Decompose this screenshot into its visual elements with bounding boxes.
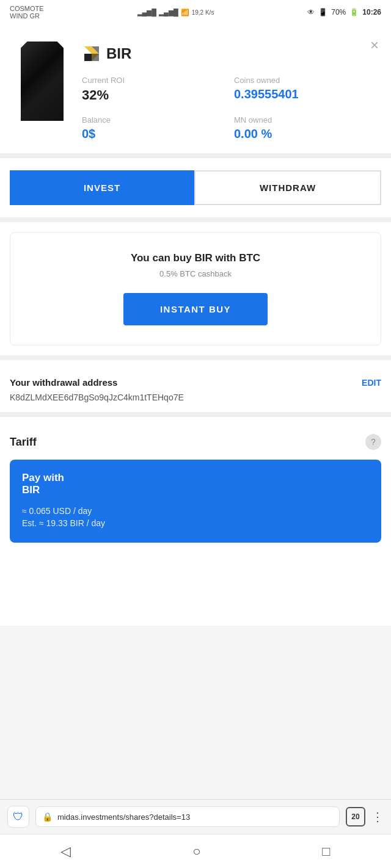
status-right: 👁 📱 70% 🔋 10:26 xyxy=(307,8,381,16)
tab-count[interactable]: 20 xyxy=(346,807,365,826)
back-button[interactable]: ◁ xyxy=(48,839,83,864)
close-button[interactable]: × xyxy=(370,37,379,54)
signal-icon-1: ▂▄▆█ xyxy=(137,9,157,16)
withdrawal-header: Your withdrawal address EDIT xyxy=(10,377,381,388)
main-content: × BIR Current ROI 32% xyxy=(0,23,391,626)
asset-name: BIR xyxy=(106,45,131,62)
coins-owned-label: Coins owned xyxy=(234,76,376,85)
instant-buy-button[interactable]: INSTANT BUY xyxy=(123,293,268,325)
coins-owned-stat: Coins owned 0.39555401 xyxy=(234,76,376,103)
divider-1 xyxy=(0,153,391,158)
coins-owned-value: 0.39555401 xyxy=(234,87,376,101)
withdrawal-address: K8dZLMdXEE6d7BgSo9qJzC4km1tTEHqo7E xyxy=(10,392,381,402)
recent-button[interactable]: □ xyxy=(310,839,342,864)
balance-value: 0$ xyxy=(82,127,224,141)
current-roi-stat: Current ROI 32% xyxy=(82,76,224,103)
eye-icon: 👁 xyxy=(307,8,315,16)
shield-icon[interactable]: 🛡 xyxy=(7,806,29,828)
status-bar: COSMOTE WIND GR ▂▄▆█ ▂▄▆█ 📶 19,2 K/s 👁 📱… xyxy=(0,0,391,23)
asset-image xyxy=(15,42,70,127)
mn-owned-stat: MN owned 0.00 % xyxy=(234,115,376,141)
tariff-header: Tariff ? xyxy=(10,434,381,450)
divider-3 xyxy=(0,355,391,360)
battery-icon: 🔋 xyxy=(349,8,359,16)
menu-dots-icon[interactable]: ⋮ xyxy=(371,809,384,824)
tariff-card: Pay with BIR ≈ 0.065 USD / day Est. ≈ 19… xyxy=(10,460,381,543)
action-buttons: INVEST WITHDRAW xyxy=(0,158,391,217)
tariff-detail-1: ≈ 0.065 USD / day xyxy=(22,506,369,516)
invest-button[interactable]: INVEST xyxy=(10,170,194,205)
current-roi-value: 32% xyxy=(82,87,224,103)
tariff-section: Tariff ? Pay with BIR ≈ 0.065 USD / day … xyxy=(0,422,391,552)
speed-text: 19,2 K/s xyxy=(192,9,214,16)
asset-header: BIR Current ROI 32% Coins owned 0.395554… xyxy=(0,23,391,153)
mn-owned-label: MN owned xyxy=(234,115,376,125)
current-roi-label: Current ROI xyxy=(82,76,224,85)
battery-level: 70% xyxy=(331,8,346,16)
nav-bar: ◁ ○ □ xyxy=(0,834,391,868)
balance-stat: Balance 0$ xyxy=(82,115,224,141)
home-button[interactable]: ○ xyxy=(180,839,213,864)
asset-info: BIR Current ROI 32% Coins owned 0.395554… xyxy=(82,42,376,141)
help-icon[interactable]: ? xyxy=(365,434,381,450)
btc-buy-card: You can buy BIR with BTC 0.5% BTC cashba… xyxy=(10,232,381,345)
lock-icon: 🔒 xyxy=(42,812,53,822)
url-bar[interactable]: 🔒 midas.investments/shares?details=13 xyxy=(35,806,340,827)
url-text: midas.investments/shares?details=13 xyxy=(57,812,333,822)
btc-card-subtitle: 0.5% BTC cashback xyxy=(23,269,368,278)
divider-2 xyxy=(0,217,391,222)
tariff-detail-2: Est. ≈ 19.33 BIR / day xyxy=(22,518,369,528)
phone-icon: 📱 xyxy=(318,8,327,16)
withdrawal-section: Your withdrawal address EDIT K8dZLMdXEE6… xyxy=(0,365,391,412)
withdrawal-title: Your withdrawal address xyxy=(10,377,117,388)
asset-name-row: BIR xyxy=(82,44,376,63)
mn-owned-value: 0.00 % xyxy=(234,127,376,141)
carrier-info: COSMOTE WIND GR xyxy=(10,5,44,20)
browser-bar: 🛡 🔒 midas.investments/shares?details=13 … xyxy=(0,799,391,834)
balance-label: Balance xyxy=(82,115,224,125)
btc-card-title: You can buy BIR with BTC xyxy=(23,252,368,264)
edit-address-button[interactable]: EDIT xyxy=(362,378,381,388)
tariff-title: Tariff xyxy=(10,436,37,449)
wifi-icon: 📶 xyxy=(181,9,189,16)
stats-grid: Current ROI 32% Coins owned 0.39555401 B… xyxy=(82,76,376,141)
divider-4 xyxy=(0,412,391,417)
withdraw-button[interactable]: WITHDRAW xyxy=(194,170,381,205)
bir-logo-icon xyxy=(82,44,101,63)
asset-pillar xyxy=(21,42,64,121)
time-display: 10:26 xyxy=(362,8,381,16)
signal-icon-2: ▂▄▆█ xyxy=(159,9,178,16)
tariff-card-title: Pay with BIR xyxy=(22,472,369,496)
bottom-spacer xyxy=(0,552,391,626)
